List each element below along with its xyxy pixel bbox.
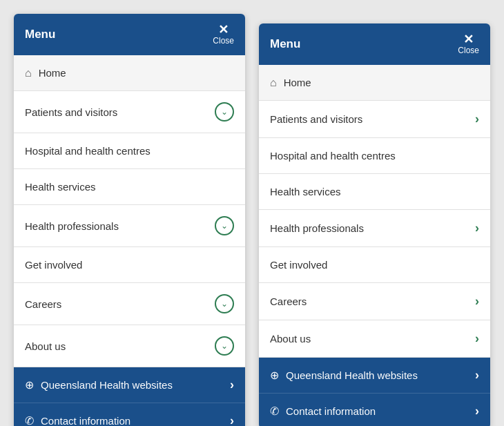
footer-contact-left-content: Contact information bbox=[25, 414, 130, 426]
menu-header-right: Menu ✕ Close bbox=[259, 23, 490, 65]
phone-icon-right bbox=[270, 405, 279, 418]
menu-item-health-professionals-left-content: Health professionals bbox=[25, 220, 119, 232]
menu-item-careers-label-left: Careers bbox=[25, 298, 61, 310]
menu-item-health-services-left-content: Health services bbox=[25, 181, 96, 193]
footer-qh-websites-right[interactable]: Queensland Health websites › bbox=[259, 358, 490, 394]
chevron-right-patients-right: › bbox=[475, 112, 479, 126]
menu-item-health-professionals-label-left: Health professionals bbox=[25, 220, 119, 232]
menu-item-careers-right[interactable]: Careers › bbox=[259, 283, 490, 320]
menu-item-patients-left-content: Patients and visitors bbox=[25, 106, 117, 118]
globe-icon-right bbox=[270, 369, 279, 382]
menu-item-hospital-label-left: Hospital and health centres bbox=[25, 145, 151, 157]
menu-item-hospital-right-content: Hospital and health centres bbox=[270, 150, 396, 162]
close-label-left: Close bbox=[213, 36, 234, 46]
globe-icon-left bbox=[25, 378, 34, 391]
menu-item-get-involved-label-left: Get involved bbox=[25, 259, 82, 271]
home-icon-right: ⌂ bbox=[270, 77, 277, 89]
menu-item-health-professionals-label-right: Health professionals bbox=[270, 222, 364, 234]
menu-item-careers-label-right: Careers bbox=[270, 296, 307, 307]
menu-item-careers-right-content: Careers bbox=[270, 296, 307, 307]
menu-item-home-label-right: Home bbox=[284, 77, 311, 88]
menu-item-about-right-content: About us bbox=[270, 333, 311, 345]
menu-title-right: Menu bbox=[270, 37, 300, 51]
menu-item-about-left-content: About us bbox=[25, 340, 66, 352]
arrow-right-contact-right: › bbox=[475, 404, 479, 418]
menu-item-hospital-label-right: Hospital and health centres bbox=[270, 150, 396, 162]
chevron-down-professionals-left: ⌄ bbox=[215, 216, 234, 235]
menu-item-about-label-right: About us bbox=[270, 333, 311, 345]
menu-item-about-right[interactable]: About us › bbox=[259, 320, 490, 358]
menu-item-home-right[interactable]: ⌂ Home bbox=[259, 65, 490, 101]
menu-item-about-label-left: About us bbox=[25, 340, 66, 352]
footer-qh-right-content: Queensland Health websites bbox=[270, 369, 418, 382]
menu-item-careers-left[interactable]: Careers ⌄ bbox=[14, 283, 245, 325]
menu-item-home-right-content: ⌂ Home bbox=[270, 77, 311, 89]
menu-item-patients-right-content: Patients and visitors bbox=[270, 113, 362, 125]
menu-items-right: ⌂ Home Patients and visitors › Hospital … bbox=[259, 65, 490, 358]
menu-item-get-involved-right-content: Get involved bbox=[270, 259, 327, 271]
footer-contact-right-content: Contact information bbox=[270, 405, 376, 418]
menu-item-health-services-left[interactable]: Health services bbox=[14, 169, 245, 205]
menu-item-patients-label-left: Patients and visitors bbox=[25, 106, 117, 118]
menu-item-health-professionals-right-content: Health professionals bbox=[270, 222, 364, 234]
close-x-icon-left: ✕ bbox=[218, 23, 229, 36]
menu-item-health-services-label-left: Health services bbox=[25, 181, 96, 193]
menu-footer-left: Queensland Health websites › Contact inf… bbox=[14, 367, 245, 426]
footer-qh-left-content: Queensland Health websites bbox=[25, 378, 173, 391]
footer-qh-label-right: Queensland Health websites bbox=[286, 369, 418, 381]
menu-item-home-left-content: ⌂ Home bbox=[25, 67, 66, 79]
menu-item-get-involved-left[interactable]: Get involved bbox=[14, 247, 245, 283]
menu-item-health-professionals-right[interactable]: Health professionals › bbox=[259, 210, 490, 247]
footer-contact-right[interactable]: Contact information › bbox=[259, 394, 490, 426]
arrow-right-qh-left: › bbox=[230, 378, 234, 392]
arrow-right-qh-right: › bbox=[475, 368, 479, 383]
menu-item-careers-left-content: Careers bbox=[25, 298, 61, 310]
menu-item-home-label-left: Home bbox=[39, 67, 66, 79]
menu-footer-right: Queensland Health websites › Contact inf… bbox=[259, 358, 490, 426]
close-x-icon-right: ✕ bbox=[463, 33, 474, 46]
footer-contact-left[interactable]: Contact information › bbox=[14, 403, 245, 426]
menu-items-left: ⌂ Home Patients and visitors ⌄ Hospital … bbox=[14, 55, 245, 367]
menu-item-health-services-right[interactable]: Health services bbox=[259, 174, 490, 210]
menu-panel-left: Menu ✕ Close ⌂ Home Patients and visitor… bbox=[14, 14, 245, 426]
footer-qh-label-left: Queensland Health websites bbox=[41, 379, 173, 391]
menu-item-hospital-left[interactable]: Hospital and health centres bbox=[14, 133, 245, 169]
menu-item-patients-right[interactable]: Patients and visitors › bbox=[259, 101, 490, 138]
home-icon-left: ⌂ bbox=[25, 67, 32, 79]
close-button-left[interactable]: ✕ Close bbox=[213, 23, 234, 46]
menu-title-left: Menu bbox=[25, 28, 55, 41]
chevron-down-patients-left: ⌄ bbox=[215, 102, 234, 122]
close-label-right: Close bbox=[458, 46, 479, 55]
close-button-right[interactable]: ✕ Close bbox=[458, 33, 479, 55]
chevron-down-careers-left: ⌄ bbox=[215, 294, 234, 313]
menu-item-health-services-label-right: Health services bbox=[270, 186, 341, 197]
menu-item-health-services-right-content: Health services bbox=[270, 186, 341, 197]
footer-contact-label-left: Contact information bbox=[41, 415, 130, 426]
menu-item-get-involved-left-content: Get involved bbox=[25, 259, 82, 271]
arrow-right-contact-left: › bbox=[230, 414, 234, 426]
phone-icon-left bbox=[25, 414, 34, 426]
chevron-right-about-right: › bbox=[475, 331, 479, 346]
menu-item-patients-label-right: Patients and visitors bbox=[270, 113, 362, 125]
menu-item-about-left[interactable]: About us ⌄ bbox=[14, 325, 245, 367]
menu-item-home-left[interactable]: ⌂ Home bbox=[14, 55, 245, 91]
chevron-right-careers-right: › bbox=[475, 294, 479, 309]
chevron-down-about-left: ⌄ bbox=[215, 336, 234, 356]
footer-contact-label-right: Contact information bbox=[286, 405, 376, 417]
menu-panel-right: Menu ✕ Close ⌂ Home Patients and visitor… bbox=[259, 23, 490, 426]
chevron-right-professionals-right: › bbox=[475, 221, 479, 235]
menu-header-left: Menu ✕ Close bbox=[14, 14, 245, 55]
menu-item-hospital-right[interactable]: Hospital and health centres bbox=[259, 138, 490, 174]
menu-item-health-professionals-left[interactable]: Health professionals ⌄ bbox=[14, 205, 245, 247]
menu-item-get-involved-label-right: Get involved bbox=[270, 259, 327, 271]
footer-qh-websites-left[interactable]: Queensland Health websites › bbox=[14, 367, 245, 403]
menu-item-patients-left[interactable]: Patients and visitors ⌄ bbox=[14, 91, 245, 133]
menu-item-get-involved-right[interactable]: Get involved bbox=[259, 247, 490, 283]
menu-item-hospital-left-content: Hospital and health centres bbox=[25, 145, 151, 157]
